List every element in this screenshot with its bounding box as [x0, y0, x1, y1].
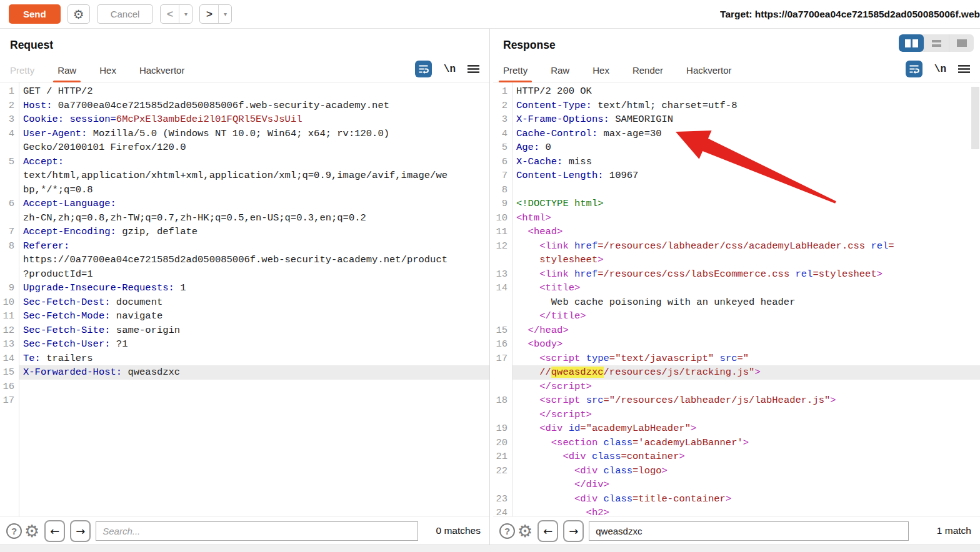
code-line[interactable]: </title> [493, 309, 980, 323]
code-line[interactable]: 2Host: 0a7700ea04ce721585d2ad050085006f.… [0, 99, 489, 113]
code-line[interactable]: 15X-Forwarded-Host: qweasdzxc [0, 365, 489, 380]
word-wrap-toggle-button[interactable] [906, 61, 922, 77]
code-line[interactable]: Gecko/20100101 Firefox/120.0 [0, 140, 489, 155]
tab-render[interactable]: Render [632, 65, 663, 82]
code-line[interactable]: 8 [493, 183, 980, 197]
scrollbar-thumb[interactable] [971, 87, 979, 149]
code-line[interactable]: 11 <head> [493, 225, 980, 239]
find-previous-button[interactable]: ← [44, 520, 65, 542]
code-line[interactable]: 24 <h2> [493, 506, 980, 516]
tab-hackvertor[interactable]: Hackvertor [139, 65, 185, 82]
find-previous-button[interactable]: ← [538, 520, 558, 542]
response-search-input[interactable] [589, 521, 909, 541]
editor-menu-button[interactable] [958, 64, 970, 74]
code-line[interactable]: 17 <script type="text/javascript" src=" [493, 352, 980, 366]
code-line[interactable]: 8Referer: [0, 239, 489, 254]
code-line[interactable]: 9Upgrade-Insecure-Requests: 1 [0, 281, 489, 295]
word-wrap-toggle-button[interactable] [415, 61, 432, 77]
code-line[interactable]: 3X-Frame-Options: SAMEORIGIN [493, 112, 980, 127]
code-line[interactable]: zh-CN,zh;q=0.8,zh-TW;q=0.7,zh-HK;q=0.5,e… [0, 211, 489, 225]
code-line[interactable]: 1GET / HTTP/2 [0, 84, 489, 99]
line-number: 16 [493, 337, 512, 352]
code-line[interactable]: 19 <div id="academyLabHeader"> [493, 421, 980, 436]
code-line[interactable]: 4Cache-Control: max-age=30 [493, 127, 980, 141]
layout-rows-button[interactable] [924, 34, 949, 52]
code-line[interactable]: stylesheet> [493, 253, 980, 267]
tab-hex[interactable]: Hex [99, 65, 116, 82]
code-line[interactable]: </div> [493, 478, 980, 492]
request-editor[interactable]: 1GET / HTTP/22Host: 0a7700ea04ce721585d2… [0, 82, 489, 516]
cancel-button[interactable]: Cancel [97, 4, 154, 24]
search-settings-button[interactable]: ⚙ [24, 523, 39, 540]
code-line[interactable]: </script> [493, 408, 980, 422]
send-settings-button[interactable]: ⚙ [68, 4, 90, 24]
code-line[interactable]: //qweasdzxc/resources/js/tracking.js"> [493, 365, 980, 380]
back-dropdown-caret-icon[interactable]: ▾ [179, 5, 192, 23]
code-line[interactable]: text/html,application/xhtml+xml,applicat… [0, 169, 489, 183]
arrow-left-icon: ← [543, 525, 552, 538]
line-content: Content-Type: text/html; charset=utf-8 [512, 99, 980, 113]
code-line[interactable]: 23 <div class=title-container> [493, 492, 980, 506]
tab-hackvertor[interactable]: Hackvertor [686, 65, 732, 82]
code-line[interactable]: 3Cookie: session=6McPxEl3ambEdei2l01FQRl… [0, 112, 489, 127]
forward-dropdown-caret-icon[interactable]: ▾ [218, 5, 231, 23]
code-line[interactable]: 14Te: trailers [0, 352, 489, 366]
search-help-button[interactable]: ? [6, 523, 22, 539]
code-line[interactable]: 13 <link href=/resources/css/labsEcommer… [493, 267, 980, 282]
find-next-button[interactable]: → [563, 520, 584, 542]
code-line[interactable]: 21 <div class=container> [493, 450, 980, 464]
tab-raw[interactable]: Raw [58, 65, 76, 82]
tab-hex[interactable]: Hex [592, 65, 609, 82]
code-line[interactable]: 4User-Agent: Mozilla/5.0 (Windows NT 10.… [0, 127, 489, 141]
code-line[interactable]: 22 <div class=logo> [493, 464, 980, 478]
code-line[interactable]: 17 [0, 393, 489, 408]
history-back-button[interactable]: < ▾ [160, 4, 192, 24]
search-help-button[interactable]: ? [499, 523, 515, 539]
history-forward-button[interactable]: > ▾ [199, 4, 232, 24]
editor-menu-button[interactable] [468, 64, 479, 74]
code-line[interactable]: 5Accept: [0, 155, 489, 169]
code-line[interactable]: 10<html> [493, 211, 980, 225]
find-next-button[interactable]: → [70, 520, 91, 542]
code-line[interactable]: 10Sec-Fetch-Dest: document [0, 295, 489, 310]
line-content: <div class=container> [512, 450, 980, 464]
send-button[interactable]: Send [9, 4, 61, 24]
code-line[interactable]: 20 <section class='academyLabBanner'> [493, 436, 980, 450]
code-line[interactable]: 13Sec-Fetch-User: ?1 [0, 337, 489, 352]
code-line[interactable]: 12 <link href=/resources/labheader/css/a… [493, 239, 980, 254]
code-line[interactable]: 16 [0, 380, 489, 394]
line-content: Gecko/20100101 Firefox/120.0 [19, 140, 489, 155]
code-line[interactable]: 9<!DOCTYPE html> [493, 197, 980, 211]
code-line[interactable]: Web cache poisoning with an unkeyed head… [493, 295, 980, 310]
search-settings-button[interactable]: ⚙ [518, 523, 532, 540]
line-content [19, 393, 489, 408]
tab-pretty: Pretty [10, 65, 34, 82]
request-search-input[interactable] [96, 521, 418, 541]
response-editor[interactable]: 1HTTP/2 200 OK2Content-Type: text/html; … [493, 82, 980, 516]
code-line[interactable]: </script> [493, 380, 980, 394]
layout-columns-button[interactable] [899, 34, 924, 52]
line-number [493, 309, 512, 323]
code-line[interactable]: 14 <title> [493, 281, 980, 295]
code-line[interactable]: ?productId=1 [0, 267, 489, 282]
tab-raw[interactable]: Raw [551, 65, 569, 82]
response-panel: Response PrettyRawHexRenderHackvertor \n [493, 29, 980, 545]
code-line[interactable]: 6X-Cache: miss [493, 155, 980, 169]
layout-single-button[interactable] [949, 34, 974, 52]
code-line[interactable]: 15 </head> [493, 323, 980, 338]
code-line[interactable]: 11Sec-Fetch-Mode: navigate [0, 309, 489, 323]
code-line[interactable]: 5Age: 0 [493, 140, 980, 155]
code-line[interactable]: 16 <body> [493, 337, 980, 352]
code-line[interactable]: 7Accept-Encoding: gzip, deflate [0, 225, 489, 239]
code-line[interactable]: https://0a7700ea04ce721585d2ad050085006f… [0, 253, 489, 267]
code-line[interactable]: 7Content-Length: 10967 [493, 169, 980, 183]
code-line[interactable]: bp,*/*;q=0.8 [0, 183, 489, 197]
code-line[interactable]: 18 <script src="/resources/labheader/js/… [493, 393, 980, 408]
tab-pretty[interactable]: Pretty [503, 65, 528, 82]
newline-toggle-button[interactable]: \n [444, 64, 456, 75]
code-line[interactable]: 6Accept-Language: [0, 197, 489, 211]
code-line[interactable]: 1HTTP/2 200 OK [493, 84, 980, 99]
code-line[interactable]: 2Content-Type: text/html; charset=utf-8 [493, 99, 980, 113]
newline-toggle-button[interactable]: \n [934, 64, 946, 75]
code-line[interactable]: 12Sec-Fetch-Site: same-origin [0, 323, 489, 338]
